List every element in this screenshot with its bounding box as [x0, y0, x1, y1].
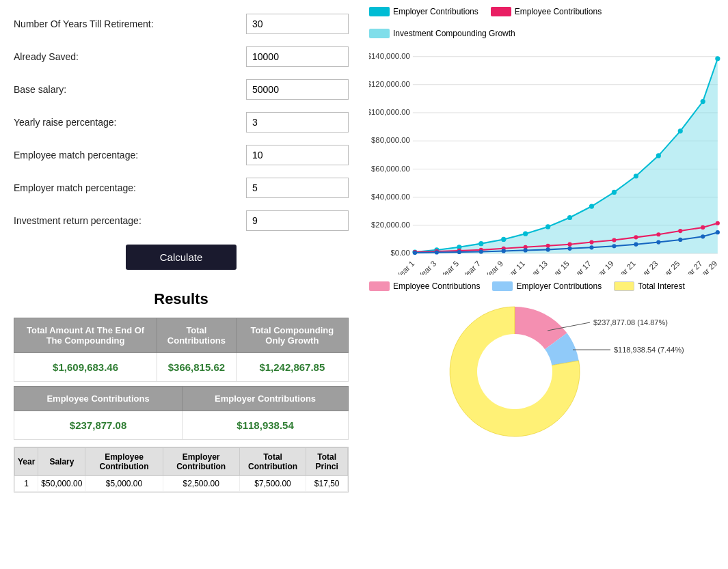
svg-point-25: [589, 204, 594, 208]
employer-match-label: Employer match percentage:: [14, 182, 246, 193]
salary-spinner[interactable]: [246, 79, 349, 100]
svg-point-44: [678, 229, 682, 233]
employer-color-swatch: [369, 7, 390, 16]
svg-point-48: [435, 250, 439, 254]
donut-chart-svg: $237,877.08 (14.87%) $118,938.54 (7.44%): [378, 296, 713, 447]
svg-point-53: [546, 247, 550, 251]
col2-header: Total Contributions: [157, 318, 237, 353]
donut-hole: [477, 334, 552, 409]
svg-point-41: [612, 238, 616, 242]
salary-label: Base salary:: [14, 84, 246, 95]
th-employer-contrib: Employer Contribution: [163, 448, 239, 476]
th-employee-contrib: Employee Contribution: [85, 448, 163, 476]
svg-point-22: [523, 232, 528, 236]
donut-section: Employee Contributions Employer Contribu…: [369, 281, 721, 447]
results-title: Results: [14, 290, 349, 308]
svg-point-46: [716, 221, 720, 225]
employee-match-input[interactable]: [246, 145, 349, 165]
svg-point-52: [524, 248, 528, 252]
svg-point-40: [589, 240, 593, 244]
svg-point-55: [589, 245, 593, 249]
svg-text:$40,000.00: $40,000.00: [371, 193, 410, 201]
val2-cell: $366,815.62: [157, 353, 237, 382]
saved-spinner[interactable]: [246, 46, 349, 67]
svg-text:Year 15: Year 15: [546, 259, 571, 275]
raise-label: Yearly raise percentage:: [14, 117, 246, 128]
salary-row: Base salary:: [14, 79, 349, 100]
legend-employee: Employee Contributions: [491, 7, 602, 16]
data-table-wrap[interactable]: Year Salary Employee Contribution Employ…: [14, 447, 349, 492]
salary-input[interactable]: [246, 79, 349, 100]
svg-point-39: [567, 242, 571, 247]
investment-return-row: Investment return percentage:: [14, 210, 349, 231]
svg-text:Year 23: Year 23: [635, 259, 660, 275]
svg-text:Year 9: Year 9: [483, 259, 504, 275]
donut-legend-interest: Total Interest: [614, 281, 685, 291]
svg-text:Year 7: Year 7: [461, 259, 482, 275]
svg-text:$100,000.00: $100,000.00: [369, 108, 410, 116]
right-panel: Employer Contributions Employee Contribu…: [362, 0, 728, 569]
raise-spinner[interactable]: [246, 112, 349, 133]
svg-point-59: [678, 238, 682, 242]
svg-text:Year 17: Year 17: [568, 259, 593, 275]
svg-point-21: [501, 237, 506, 242]
investment-return-input[interactable]: [246, 210, 349, 231]
svg-text:Year 3: Year 3: [416, 259, 437, 275]
svg-point-42: [634, 235, 638, 239]
val4-cell: $237,877.08: [14, 411, 183, 440]
svg-text:$80,000.00: $80,000.00: [371, 136, 410, 144]
svg-point-24: [567, 215, 572, 220]
employee-match-row: Employee match percentage:: [14, 145, 349, 165]
svg-text:$140,000.00: $140,000.00: [369, 52, 410, 60]
legend-employer: Employer Contributions: [369, 7, 478, 16]
th-total-princi: Total Princi: [306, 448, 348, 476]
legend-growth: Investment Compounding Growth: [369, 29, 515, 38]
svg-point-43: [656, 232, 660, 236]
svg-point-51: [502, 249, 506, 253]
employee-match-spinner[interactable]: [246, 145, 349, 165]
svg-text:$20,000.00: $20,000.00: [371, 221, 410, 229]
val5-cell: $118,938.54: [183, 411, 349, 440]
th-salary: Salary: [38, 448, 85, 476]
col4-header: Employee Contributions: [14, 387, 183, 411]
svg-text:Year 13: Year 13: [524, 259, 549, 275]
svg-text:$0.00: $0.00: [390, 249, 409, 257]
line-chart-legend: Employer Contributions Employee Contribu…: [369, 7, 721, 38]
donut-employer-label: Employer Contributions: [516, 281, 602, 291]
svg-point-56: [612, 244, 616, 248]
years-row: Number Of Years Till Retirement:: [14, 14, 349, 34]
saved-row: Already Saved:: [14, 46, 349, 67]
col3-header: Total Compounding Only Growth: [236, 318, 348, 353]
th-total-contrib: Total Contribution: [239, 448, 306, 476]
investment-return-spinner[interactable]: [246, 210, 349, 231]
employee-color-swatch: [491, 7, 511, 16]
col5-header: Employer Contributions: [183, 387, 349, 411]
employer-match-spinner[interactable]: [246, 178, 349, 198]
years-spinner[interactable]: [246, 14, 349, 34]
donut-interest-label: Total Interest: [638, 281, 685, 291]
svg-text:Year 1: Year 1: [394, 259, 416, 275]
legend-growth-label: Investment Compounding Growth: [393, 29, 515, 38]
saved-input[interactable]: [246, 46, 349, 67]
years-input[interactable]: [246, 14, 349, 34]
svg-marker-16: [415, 59, 718, 253]
donut-legend: Employee Contributions Employer Contribu…: [369, 281, 721, 291]
svg-point-28: [656, 153, 661, 158]
employer-match-input[interactable]: [246, 178, 349, 198]
legend-employer-label: Employer Contributions: [393, 7, 478, 16]
svg-point-47: [413, 251, 417, 255]
svg-point-26: [612, 190, 617, 195]
svg-text:Year 21: Year 21: [612, 259, 637, 275]
employer-match-row: Employer match percentage:: [14, 178, 349, 198]
svg-point-29: [678, 128, 683, 133]
svg-point-27: [634, 174, 638, 178]
raise-input[interactable]: [246, 112, 349, 133]
legend-employee-label: Employee Contributions: [515, 7, 602, 16]
donut-employer-swatch: [492, 281, 513, 291]
donut-interest-swatch: [614, 281, 634, 291]
data-table: Year Salary Employee Contribution Employ…: [14, 447, 348, 492]
donut-legend-employee: Employee Contributions: [369, 281, 480, 291]
investment-return-label: Investment return percentage:: [14, 215, 246, 226]
col1-header: Total Amount At The End Of The Compoundi…: [14, 318, 157, 353]
calculate-button[interactable]: Calculate: [126, 245, 237, 270]
